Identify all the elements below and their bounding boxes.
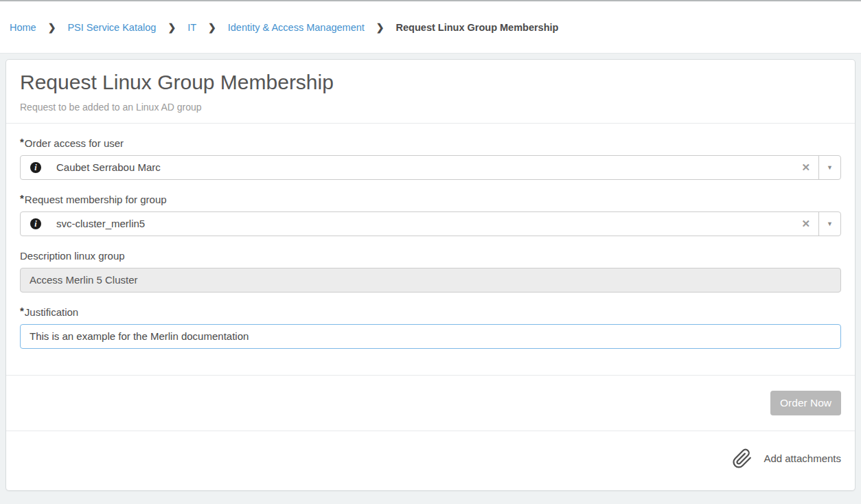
order-now-button[interactable]: Order Now [770,391,841,415]
field-label: *Justification [20,306,841,318]
field-justification: *Justification [20,306,841,349]
field-request-membership-for-group: *Request membership for group i svc-clus… [20,194,841,236]
description-linux-group-input [20,268,841,293]
clear-icon[interactable]: ✕ [793,212,818,236]
chevron-down-icon[interactable]: ▼ [818,212,840,236]
page-subtitle: Request to be added to an Linux AD group [20,102,841,113]
breadcrumb-current-page: Request Linux Group Membership [396,22,559,33]
user-combobox[interactable]: i Caubet Serrabou Marc ✕ ▼ [20,155,841,180]
chevron-right-icon: ❯ [48,22,56,33]
group-combobox[interactable]: i svc-cluster_merlin5 ✕ ▼ [20,211,841,236]
breadcrumb-link-it[interactable]: IT [187,22,196,33]
page-title: Request Linux Group Membership [20,71,841,95]
clear-icon[interactable]: ✕ [793,156,818,179]
breadcrumb-link-home[interactable]: Home [10,22,36,33]
justification-input[interactable] [20,324,841,349]
field-label: *Request membership for group [20,194,841,205]
required-asterisk: * [20,192,24,204]
combobox-value-area[interactable]: i Caubet Serrabou Marc [21,156,793,179]
breadcrumb-link-psi-service-katalog[interactable]: PSI Service Katalog [67,22,156,33]
attachments-bar: Add attachments [6,431,855,490]
info-icon[interactable]: i [30,218,41,229]
field-description-linux-group: Description linux group [20,250,841,293]
breadcrumb-link-identity-access-management[interactable]: Identity & Access Management [228,22,365,33]
combobox-value-area[interactable]: i svc-cluster_merlin5 [21,212,793,236]
field-order-access-for-user: *Order access for user i Caubet Serrabou… [20,137,841,180]
paperclip-icon [732,448,753,469]
breadcrumb-bar: Home ❯ PSI Service Katalog ❯ IT ❯ Identi… [0,1,861,54]
add-attachments-label: Add attachments [764,453,841,464]
required-asterisk: * [20,136,24,148]
catalog-item-panel: Request Linux Group Membership Request t… [5,59,856,491]
chevron-right-icon: ❯ [376,22,384,33]
required-asterisk: * [20,305,24,317]
chevron-right-icon: ❯ [168,22,176,33]
info-icon[interactable]: i [30,162,41,173]
chevron-right-icon: ❯ [208,22,216,33]
field-label: *Order access for user [20,137,841,149]
group-combobox-value: svc-cluster_merlin5 [56,218,145,229]
page-body: Request Linux Group Membership Request t… [0,54,861,499]
field-label: Description linux group [20,250,841,262]
chevron-down-icon[interactable]: ▼ [818,156,840,179]
panel-header: Request Linux Group Membership Request t… [6,60,855,124]
add-attachments-button[interactable]: Add attachments [732,448,841,469]
user-combobox-value: Caubet Serrabou Marc [56,161,161,173]
request-form: *Order access for user i Caubet Serrabou… [6,124,855,375]
breadcrumb: Home ❯ PSI Service Katalog ❯ IT ❯ Identi… [10,22,558,33]
actions-bar: Order Now [6,375,855,431]
